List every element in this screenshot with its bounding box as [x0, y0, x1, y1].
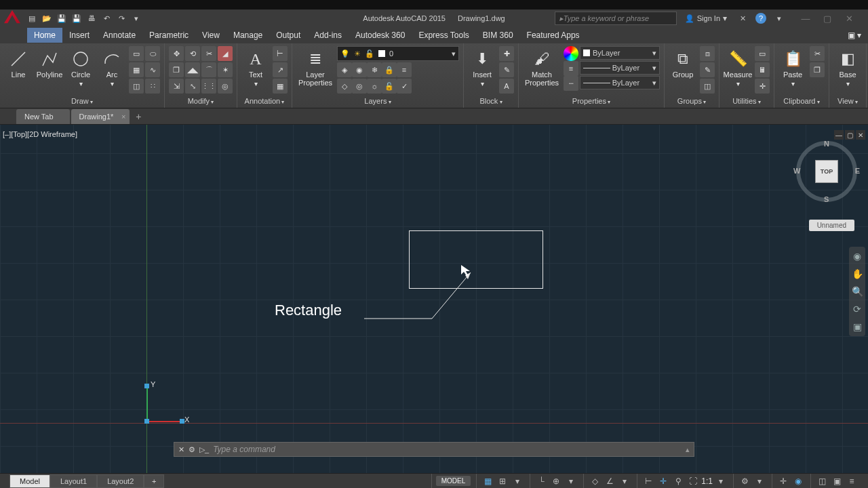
window-minimize-button[interactable]: —: [796, 12, 815, 24]
qat-redo-icon[interactable]: ↷: [115, 12, 127, 24]
fillet-tool-icon[interactable]: ⌒: [201, 62, 216, 77]
rotate-tool-icon[interactable]: ⟲: [185, 46, 200, 61]
layout-add[interactable]: +: [144, 474, 164, 488]
pan-icon[interactable]: ✋: [852, 268, 863, 279]
panel-annotation[interactable]: Annotation: [240, 96, 289, 106]
isoplane-icon[interactable]: ✛: [776, 475, 790, 487]
cleanscreen-icon[interactable]: ▣: [830, 475, 844, 487]
region-tool-icon[interactable]: ◫: [129, 79, 144, 94]
cmd-history-icon[interactable]: ▴: [686, 445, 690, 454]
groupbbox-icon[interactable]: ◫: [700, 79, 715, 94]
tab-annotate[interactable]: Annotate: [96, 28, 142, 43]
groupedit-icon[interactable]: ✎: [700, 62, 715, 77]
match-properties-tool[interactable]: 🖌Match Properties: [523, 46, 561, 87]
qat-plot-icon[interactable]: 🖶: [85, 12, 98, 24]
help-dropdown-icon[interactable]: ▾: [773, 12, 785, 24]
layer-properties-tool[interactable]: ≣Layer Properties: [296, 46, 334, 94]
line-tool[interactable]: Line: [4, 46, 33, 79]
panel-clipboard[interactable]: Clipboard: [777, 96, 826, 106]
linetype-icon[interactable]: ┄: [564, 76, 578, 91]
base-view-tool[interactable]: ◧Base▾: [833, 46, 862, 87]
qat-more-icon[interactable]: ▾: [130, 12, 142, 24]
panel-draw[interactable]: Draw: [3, 96, 161, 106]
autoscale-icon[interactable]: ⛶: [686, 475, 700, 487]
panel-groups[interactable]: Groups: [667, 96, 716, 106]
search-input[interactable]: ▸ Type a keyword or phrase: [555, 12, 677, 25]
attrib-icon[interactable]: A: [499, 79, 514, 94]
tab-view[interactable]: View: [195, 28, 226, 43]
annomon-icon[interactable]: ✛: [656, 475, 670, 487]
insert-tool[interactable]: ⬇Insert▾: [468, 46, 496, 87]
layerlock-icon[interactable]: 🔒: [382, 62, 397, 77]
file-tab-drawing1[interactable]: Drawing1*×: [71, 109, 130, 124]
layercur-icon[interactable]: ✓: [397, 79, 412, 94]
layeruniso-icon[interactable]: ◇: [337, 79, 352, 94]
lineweight-dropdown[interactable]: ByLayer▾: [580, 61, 660, 75]
showmotion-icon[interactable]: ▣: [853, 321, 862, 332]
scale-tool-icon[interactable]: ⤡: [185, 79, 200, 94]
create-block-icon[interactable]: ✚: [499, 46, 514, 61]
tab-expresstools[interactable]: Express Tools: [412, 28, 475, 43]
viewcube[interactable]: TOP N S W E: [796, 141, 857, 202]
color-wheel-icon[interactable]: [564, 46, 578, 61]
leader-tool-icon[interactable]: ↗: [273, 62, 288, 77]
viewcube-face[interactable]: TOP: [815, 160, 838, 183]
tab-parametric[interactable]: Parametric: [142, 28, 195, 43]
text-tool[interactable]: AText▾: [241, 46, 270, 87]
paste-tool[interactable]: 📋Paste▾: [778, 46, 807, 87]
window-maximize-button[interactable]: ▢: [818, 12, 837, 24]
snap-menu-icon[interactable]: ▾: [511, 475, 524, 487]
panel-utilities[interactable]: Utilities: [722, 96, 771, 106]
doc-close-icon[interactable]: ✕: [856, 130, 865, 140]
window-close-button[interactable]: ✕: [840, 12, 859, 24]
hatch-tool-icon[interactable]: ▦: [129, 62, 144, 77]
group-tool[interactable]: ⧉Group: [669, 46, 697, 79]
lwt-icon[interactable]: ⊢: [642, 475, 655, 487]
tab-insert[interactable]: Insert: [62, 28, 96, 43]
layer-dropdown[interactable]: 💡 ☀ 🔓 0 ▾: [337, 46, 459, 61]
snap-toggle-icon[interactable]: ⊞: [496, 475, 509, 487]
layout-layout1[interactable]: Layout1: [50, 474, 97, 488]
polar-menu-icon[interactable]: ▾: [564, 475, 578, 487]
layerunlock-icon[interactable]: 🔓: [382, 79, 397, 94]
annotation-text[interactable]: Rectangle: [275, 302, 342, 319]
explode-tool-icon[interactable]: ✶: [218, 62, 233, 77]
layeron-icon[interactable]: ◎: [352, 79, 367, 94]
fullnav-icon[interactable]: ◉: [853, 251, 861, 262]
linetype-dropdown[interactable]: ByLayer▾: [580, 76, 660, 89]
array-tool-icon[interactable]: ⋮⋮: [201, 79, 216, 94]
ortho-icon[interactable]: └: [534, 475, 548, 487]
close-cmd-icon[interactable]: ✕: [178, 445, 184, 454]
zoom-icon[interactable]: 🔍: [852, 286, 863, 297]
spline-tool-icon[interactable]: ∿: [145, 62, 160, 77]
ellipse-tool-icon[interactable]: ⬭: [145, 46, 160, 61]
select-icon[interactable]: ▭: [755, 46, 770, 61]
status-model-button[interactable]: MODEL: [436, 476, 471, 486]
layout-layout2[interactable]: Layout2: [97, 474, 144, 488]
polar-icon[interactable]: ⊕: [549, 475, 563, 487]
qat-saveas-icon[interactable]: 💾: [71, 12, 83, 24]
tab-featuredapps[interactable]: Featured Apps: [520, 28, 587, 43]
stretch-tool-icon[interactable]: ⇲: [169, 79, 184, 94]
grid-toggle-icon[interactable]: ▦: [481, 475, 494, 487]
move-tool-icon[interactable]: ✥: [169, 46, 184, 61]
arc-tool[interactable]: Arc▾: [98, 46, 126, 87]
osnap-icon[interactable]: ◇: [588, 475, 601, 487]
qat-save-icon[interactable]: 💾: [56, 12, 68, 24]
panel-modify[interactable]: Modify: [167, 96, 234, 106]
osnap-menu-icon[interactable]: ▾: [618, 475, 631, 487]
annoscale-icon[interactable]: ⚲: [671, 475, 685, 487]
tab-expand-icon[interactable]: ▣ ▾: [841, 28, 868, 43]
lineweight-icon[interactable]: ≡: [564, 61, 578, 76]
tab-manage[interactable]: Manage: [226, 28, 269, 43]
hardware-icon[interactable]: ◉: [791, 475, 805, 487]
panel-block[interactable]: Block: [467, 96, 515, 106]
exchange-icon[interactable]: ✕: [736, 12, 749, 24]
ungroup-icon[interactable]: ⧈: [700, 46, 715, 61]
trim-tool-icon[interactable]: ✂: [201, 46, 216, 61]
orbit-icon[interactable]: ⟳: [853, 304, 861, 314]
dimension-tool-icon[interactable]: ⊢: [273, 46, 288, 61]
ws-menu-icon[interactable]: ▾: [753, 475, 766, 487]
offset-tool-icon[interactable]: ◎: [218, 79, 233, 94]
panel-properties[interactable]: Properties: [521, 96, 661, 106]
